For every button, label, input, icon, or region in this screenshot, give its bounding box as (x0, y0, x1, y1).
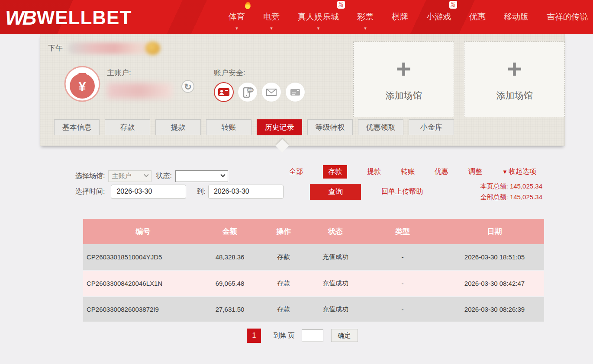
status-filter-label: 状态: (156, 172, 171, 181)
nav-label: 棋牌 (392, 12, 408, 21)
type-tab-adjustment[interactable]: 调整 (468, 167, 482, 176)
type-tab-transfer[interactable]: 转账 (401, 167, 415, 176)
nav-item-lucky-legend[interactable]: 吉祥的传说 (547, 11, 588, 22)
all-total-label: 全部总额: (480, 193, 508, 201)
nav-item-sports[interactable]: 体育 ▾ (229, 11, 245, 22)
time-filter-label: 选择时间: (75, 187, 105, 196)
money-bag-icon: ¥ (64, 65, 101, 102)
account-security-label: 账户安全: (214, 65, 305, 78)
tab-deposit[interactable]: 存款 (105, 119, 150, 135)
nav-label: 体育 (229, 12, 245, 21)
confirm-button[interactable]: 确定 (331, 329, 358, 342)
table-header-row: 编号 金额 操作 状态 类型 日期 (83, 219, 544, 244)
tab-claim-promo[interactable]: 优惠领取 (358, 119, 403, 135)
collapse-options-link[interactable]: ▼ 收起选项 (502, 167, 536, 176)
main-account-block: 主账户: (107, 65, 173, 99)
cell-operation: 存款 (256, 296, 311, 322)
cell-type: - (360, 244, 445, 270)
chevron-down-icon (220, 172, 225, 177)
tab-history[interactable]: 历史记录 (257, 119, 302, 135)
bank-card-icon[interactable] (285, 82, 305, 102)
divider (315, 65, 315, 104)
plus-icon: + (396, 57, 411, 81)
type-tab-deposit[interactable]: 存款 (323, 165, 347, 179)
cell-date: 2026-03-30 18:51:05 (445, 244, 544, 270)
security-icons-row: SMS (214, 82, 305, 102)
col-header-status: 状态 (311, 219, 360, 244)
top-navigation-bar: WB WELLBET 体育 ▾ 电竞 ▾ 新 真人娱乐城 ▾ 彩票 ▾ 棋牌 新… (0, 0, 593, 34)
add-venue-button[interactable]: + 添加场馆 (464, 42, 565, 117)
page-total-line: 本页总额: 145,025.34 (480, 181, 542, 192)
type-tab-withdraw[interactable]: 提款 (367, 167, 381, 176)
date-from-input[interactable] (111, 185, 186, 199)
nav-item-promotions[interactable]: 优惠 (469, 11, 486, 22)
all-total-line: 全部总额: 145,025.34 (480, 192, 542, 202)
tab-transfer[interactable]: 转账 (206, 119, 251, 135)
main-nav: 体育 ▾ 电竞 ▾ 新 真人娱乐城 ▾ 彩票 ▾ 棋牌 新 小游戏 优惠 移动版 (229, 0, 588, 34)
tab-withdraw[interactable]: 提款 (155, 119, 201, 135)
type-tab-promo[interactable]: 优惠 (435, 167, 448, 176)
nav-item-mobile-version[interactable]: 移动版 (504, 11, 529, 22)
wellbet-logo[interactable]: WB WELLBET (5, 6, 132, 29)
triangle-down-icon: ▼ (502, 169, 508, 175)
goto-page-label: 到第 页 (273, 332, 294, 340)
venue-select[interactable]: 主账户 (108, 170, 151, 182)
nav-item-board-games[interactable]: 棋牌 (392, 11, 408, 22)
tab-basic-info[interactable]: 基本信息 (54, 119, 100, 135)
nav-item-esports[interactable]: 电竞 ▾ (263, 11, 280, 22)
cell-amount: 27,631.50 (203, 296, 257, 322)
add-venue-label: 添加场馆 (386, 89, 422, 102)
add-venue-label: 添加场馆 (496, 89, 533, 102)
new-badge: 新 (337, 1, 345, 9)
nav-label: 电竞 (263, 12, 280, 21)
history-section: 选择场馆: 主账户 状态: 全部 存款 提款 转账 优惠 调整 ▼ 收起选项 (0, 146, 593, 364)
col-header-type: 类型 (360, 219, 445, 244)
nav-label: 吉祥的传说 (547, 12, 588, 21)
chevron-down-icon (144, 172, 149, 177)
nav-item-mini-games[interactable]: 新 小游戏 (426, 11, 451, 22)
history-table: 编号 金额 操作 状态 类型 日期 CP26033018510004YJD5 4… (83, 219, 544, 323)
mail-icon[interactable] (261, 82, 281, 102)
totals-block: 本页总额: 145,025.34 全部总额: 145,025.34 (480, 181, 542, 202)
col-header-amount: 金额 (203, 219, 257, 244)
account-security-block: 账户安全: SMS (214, 65, 305, 102)
blurred-emoji (145, 42, 160, 55)
nav-label: 彩票 (357, 12, 374, 21)
table-row: CP26033018510004YJD5 48,328.36 存款 充值成功 -… (83, 244, 544, 270)
type-filter-tabs: 全部 存款 提款 转账 优惠 调整 ▼ 收起选项 (289, 165, 536, 179)
chevron-down-icon: ▾ (235, 26, 238, 31)
id-card-icon[interactable] (214, 82, 234, 102)
tab-vault[interactable]: 小金库 (409, 119, 454, 135)
all-total-value: 145,025.34 (510, 193, 542, 201)
page-number-button[interactable]: 1 (247, 329, 261, 343)
nav-label: 真人娱乐城 (298, 12, 339, 21)
blurred-balance (107, 83, 173, 99)
account-panel: 下午 ¥ 主账户: ↻ 账户安全: (40, 34, 565, 146)
nav-item-lottery[interactable]: 彩票 ▾ (357, 11, 374, 22)
nav-item-live-casino[interactable]: 新 真人娱乐城 ▾ (298, 11, 339, 22)
nav-label: 移动版 (504, 12, 529, 21)
refresh-balance-button[interactable]: ↻ (181, 80, 194, 93)
chevron-down-icon: ▾ (317, 26, 320, 31)
type-tab-all[interactable]: 全部 (289, 167, 303, 176)
new-badge: 新 (449, 1, 457, 9)
search-button[interactable]: 查询 (310, 184, 361, 200)
cell-operation: 存款 (256, 270, 311, 296)
cell-type: - (360, 296, 445, 322)
page-total-label: 本页总额: (480, 182, 508, 190)
goto-page-input[interactable] (302, 329, 323, 342)
cell-type: - (360, 270, 445, 296)
venue-filter-label: 选择场馆: (75, 172, 105, 181)
chevron-down-icon: ▾ (270, 26, 273, 31)
yuan-symbol: ¥ (79, 79, 86, 93)
col-header-date: 日期 (445, 219, 544, 244)
cell-id: CP26033018510004YJD5 (83, 244, 203, 270)
cell-status: 充值成功 (311, 270, 360, 296)
date-to-input[interactable] (208, 185, 284, 199)
sms-phone-icon[interactable]: SMS (238, 82, 258, 102)
tab-vip-privileges[interactable]: 等级特权 (307, 119, 353, 135)
add-venue-button[interactable]: + 添加场馆 (353, 42, 454, 117)
status-select[interactable] (175, 170, 228, 182)
collapse-options-label: 收起选项 (509, 167, 536, 176)
receipt-upload-help-link[interactable]: 回单上传帮助 (381, 187, 423, 196)
